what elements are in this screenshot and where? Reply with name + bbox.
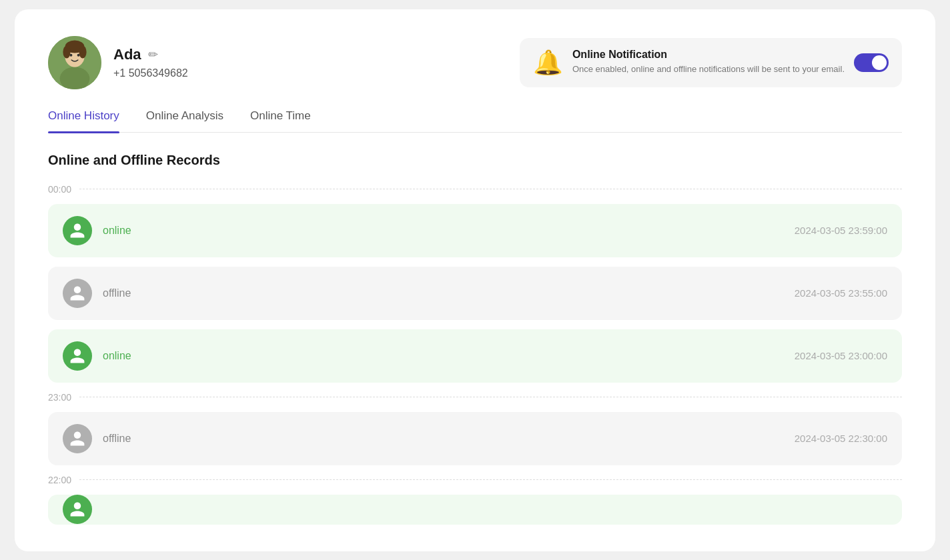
record-timestamp: 2024-03-05 23:59:00 xyxy=(795,225,887,236)
tab-online-history[interactable]: Online History xyxy=(48,109,119,132)
record-item: offline 2024-03-05 23:55:00 xyxy=(48,267,902,320)
notification-card: 🔔 Online Notification Once enabled, onli… xyxy=(520,38,902,87)
online-status-icon xyxy=(63,341,92,371)
main-card: Ada ✏ +1 5056349682 🔔 Online Notificatio… xyxy=(15,9,935,551)
record-item: online 2024-03-05 23:00:00 xyxy=(48,329,902,383)
notification-description: Once enabled, online and offline notific… xyxy=(572,63,845,75)
svg-point-7 xyxy=(63,45,70,58)
status-label-offline: offline xyxy=(103,287,784,299)
record-item: online 2024-03-05 23:59:00 xyxy=(48,204,902,257)
bell-icon: 🔔 xyxy=(533,49,563,77)
status-label-offline: offline xyxy=(103,433,784,445)
svg-point-2 xyxy=(60,67,90,89)
notification-text: Online Notification Once enabled, online… xyxy=(572,49,845,75)
header: Ada ✏ +1 5056349682 🔔 Online Notificatio… xyxy=(48,36,902,89)
status-label-online: online xyxy=(103,350,784,362)
record-timestamp: 2024-03-05 23:00:00 xyxy=(795,350,887,361)
section-title: Online and Offline Records xyxy=(48,153,902,168)
record-item: offline 2024-03-05 22:30:00 xyxy=(48,412,902,465)
user-name-row: Ada ✏ xyxy=(113,46,188,63)
time-marker-2200: 22:00 xyxy=(48,475,902,485)
offline-status-icon xyxy=(63,424,92,453)
tab-online-analysis[interactable]: Online Analysis xyxy=(146,109,223,132)
status-label-online: online xyxy=(103,225,784,237)
user-phone: +1 5056349682 xyxy=(113,67,188,79)
notification-title: Online Notification xyxy=(572,49,845,61)
notification-toggle[interactable] xyxy=(854,53,889,72)
svg-point-8 xyxy=(79,45,86,58)
offline-status-icon xyxy=(63,279,92,308)
tabs: Online History Online Analysis Online Ti… xyxy=(48,109,902,133)
timeline: 00:00 online 2024-03-05 23:59:00 offline… xyxy=(48,184,902,525)
user-details: Ada ✏ +1 5056349682 xyxy=(113,46,188,79)
time-marker-2300: 23:00 xyxy=(48,392,902,403)
record-timestamp: 2024-03-05 23:55:00 xyxy=(795,287,887,299)
avatar xyxy=(48,36,101,89)
edit-icon[interactable]: ✏ xyxy=(148,47,158,62)
online-status-icon xyxy=(63,216,92,245)
tab-online-time[interactable]: Online Time xyxy=(250,109,311,132)
user-info: Ada ✏ +1 5056349682 xyxy=(48,36,188,89)
record-timestamp: 2024-03-05 22:30:00 xyxy=(795,433,887,444)
online-status-icon xyxy=(63,495,92,524)
record-item xyxy=(48,495,902,525)
time-marker-0000: 00:00 xyxy=(48,184,902,195)
user-name: Ada xyxy=(113,46,141,63)
